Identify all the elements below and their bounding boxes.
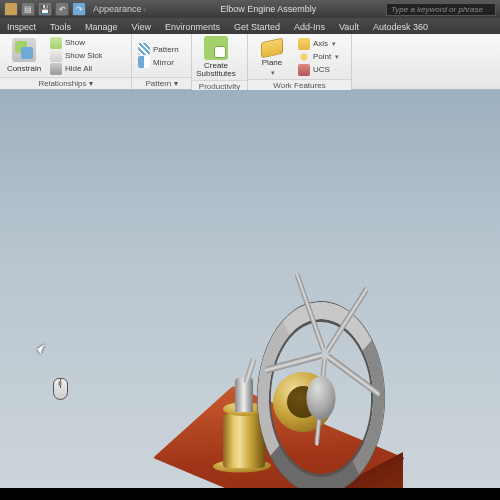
ribbon-tabs: Inspect Tools Manage View Environments G…	[0, 18, 500, 34]
panel-relationships: Constrain Show Show Sick Hide All Relati…	[0, 34, 132, 89]
flywheel-spoke	[265, 352, 323, 374]
tab-manage[interactable]: Manage	[78, 20, 125, 34]
constrain-icon	[12, 38, 36, 62]
axis-button[interactable]: Axis	[296, 38, 341, 50]
cursor-icon	[38, 346, 51, 364]
tab-inspect[interactable]: Inspect	[0, 20, 43, 34]
tab-environments[interactable]: Environments	[158, 20, 227, 34]
bottom-strip	[0, 488, 500, 500]
constrain-button[interactable]: Constrain	[4, 38, 44, 73]
panel-productivity: Create Substitutes Productivity	[192, 34, 248, 89]
flywheel-spoke	[325, 286, 369, 354]
ucs-button[interactable]: UCS	[296, 64, 341, 76]
tab-add-ins[interactable]: Add-Ins	[287, 20, 332, 34]
qat-undo-icon[interactable]: ↶	[55, 2, 69, 16]
mirror-icon	[138, 56, 150, 68]
tab-view[interactable]: View	[125, 20, 158, 34]
search-input[interactable]: Type a keyword or phrase	[386, 3, 496, 16]
appearance-dropdown[interactable]: Appearance	[93, 4, 147, 14]
panel-relationships-label[interactable]: Relationships ▾	[0, 77, 131, 89]
panel-work-features: Plane Axis Point UCS Work Features	[248, 34, 352, 89]
plane-button[interactable]: Plane	[252, 36, 292, 77]
show-icon	[50, 37, 62, 49]
ribbon: Constrain Show Show Sick Hide All Relati…	[0, 34, 500, 90]
model-piston	[235, 378, 253, 412]
model-connecting-rod	[243, 358, 257, 385]
tab-autodesk-360[interactable]: Autodesk 360	[366, 20, 435, 34]
create-substitutes-label: Create Substitutes	[196, 62, 236, 78]
orbit-indicator-icon	[48, 378, 72, 408]
qat-save-icon[interactable]: 💾	[38, 2, 52, 16]
plane-icon	[261, 38, 283, 59]
qat-new-icon[interactable]	[4, 2, 18, 16]
document-title: Elbow Engine Assembly	[151, 4, 386, 14]
show-sick-button[interactable]: Show Sick	[48, 50, 104, 62]
panel-pattern: Pattern Mirror Pattern ▾	[132, 34, 192, 89]
tab-vault[interactable]: Vault	[332, 20, 366, 34]
panel-pattern-label[interactable]: Pattern ▾	[132, 77, 191, 89]
tab-tools[interactable]: Tools	[43, 20, 78, 34]
axis-icon	[298, 38, 310, 50]
ucs-icon	[298, 64, 310, 76]
plane-label: Plane	[262, 58, 282, 67]
point-button[interactable]: Point	[296, 51, 341, 63]
hide-all-icon	[50, 63, 62, 75]
model-assembly[interactable]	[105, 220, 435, 500]
mirror-button[interactable]: Mirror	[136, 56, 181, 68]
constrain-label: Constrain	[7, 64, 41, 73]
create-substitutes-button[interactable]: Create Substitutes	[196, 36, 236, 78]
qat-open-icon[interactable]: ▤	[21, 2, 35, 16]
flywheel-hub	[305, 373, 338, 423]
show-button[interactable]: Show	[48, 37, 104, 49]
quick-access-toolbar: ▤ 💾 ↶ ↷ Appearance	[0, 2, 151, 16]
viewport-3d[interactable]	[0, 90, 500, 500]
qat-redo-icon[interactable]: ↷	[72, 2, 86, 16]
pattern-icon	[138, 43, 150, 55]
title-bar: ▤ 💾 ↶ ↷ Appearance Elbow Engine Assembly…	[0, 0, 500, 18]
hide-all-button[interactable]: Hide All	[48, 63, 104, 75]
point-icon	[298, 51, 310, 63]
flywheel-spoke	[294, 272, 325, 353]
show-sick-icon	[50, 50, 62, 62]
tab-get-started[interactable]: Get Started	[227, 20, 287, 34]
pattern-button[interactable]: Pattern	[136, 43, 181, 55]
create-substitutes-icon	[204, 36, 228, 60]
